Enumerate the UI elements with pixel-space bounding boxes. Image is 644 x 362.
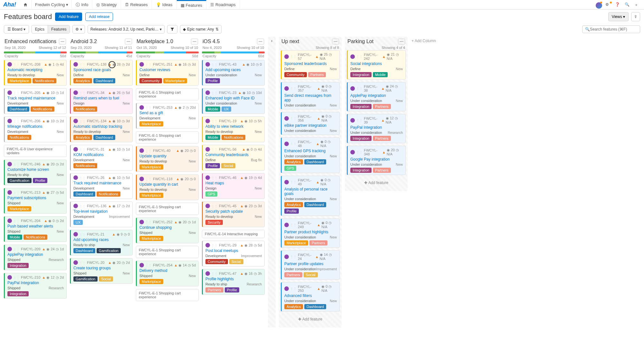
aha-logo[interactable]: Aha! — [0, 1, 19, 8]
card-title[interactable]: Security patch update — [205, 209, 262, 214]
funnel-filter-icon[interactable] — [167, 25, 177, 33]
toggle-board[interactable]: ☰ Board ▾ — [4, 25, 29, 33]
card-title[interactable]: Automatic receipting — [7, 68, 64, 72]
drag-handle-icon[interactable]: ⋮⋮ — [290, 87, 297, 90]
card-title[interactable]: PayPal Integration — [7, 281, 64, 285]
feature-card[interactable]: ⋮⋮FWCYL-24▲ ◉ 14 ◷ N/APartner profile up… — [281, 250, 340, 280]
drag-handle-icon[interactable]: ⋮⋮ — [13, 191, 20, 194]
drag-handle-icon[interactable]: ⋮⋮ — [211, 272, 218, 275]
epic-filter[interactable]: ◆ Epic name: Any ⇅ — [180, 25, 221, 33]
drag-handle-icon[interactable]: ⋮⋮ — [356, 55, 363, 58]
toggle-features[interactable]: Features — [48, 25, 70, 33]
card-title[interactable]: Social integrations — [350, 61, 403, 66]
drag-handle-icon[interactable]: ⋮⋮ — [290, 255, 297, 258]
column-menu-icon[interactable]: ⋯ — [257, 39, 264, 44]
add-feature-inline[interactable]: ✚ Add feature — [347, 178, 406, 188]
card-title[interactable]: ApplePay integration — [7, 252, 64, 257]
feature-card[interactable]: ⋮⋮FWCYL-138▲ ◉ 28 ◷ 2dSponsored race goa… — [70, 60, 133, 86]
feature-card[interactable]: ⋮⋮FWCYL-19▲ ◉ 10 ◷ 5hAbility to view net… — [202, 116, 265, 142]
feature-card[interactable]: ⋮⋮FWCYL-249▲ ◉ 0 ◷ N/APartner product hi… — [281, 218, 340, 248]
card-title[interactable]: Post local meetups — [205, 248, 262, 253]
feature-card[interactable]: ⋮⋮FWCYL-205▲ ◉ 10 ◷ 1dTrack required mai… — [4, 88, 67, 114]
card-title[interactable]: Google Pay integration — [350, 157, 403, 162]
nav-strategy[interactable]: ◎Strategy — [92, 0, 121, 9]
feature-card[interactable]: ⋮⋮FWCYL-31▲ ◉ 10 ◷ 1dKOM notificationsDe… — [70, 145, 133, 171]
feature-card[interactable]: ⋮⋮FWCYL-252▲ ◉ 20 ◷ 1dContinue shoppingS… — [136, 218, 199, 243]
feature-card[interactable]: ⋮⋮FWCYL-242▲ ◉ 21 ◷ N/ASocial integratio… — [347, 50, 406, 79]
drag-handle-icon[interactable]: ⋮⋮ — [145, 264, 152, 267]
card-title[interactable]: KOM notifications — [73, 153, 130, 157]
add-feature-button[interactable]: Add feature — [55, 13, 82, 21]
card-title[interactable]: Automatic start/stop tracking — [73, 124, 130, 129]
drag-handle-icon[interactable]: ⋮⋮ — [145, 63, 152, 66]
drag-handle-icon[interactable]: ⋮⋮ — [79, 63, 86, 66]
search-features[interactable]: 🔍 — [582, 25, 640, 33]
feature-card[interactable]: ⋮⋮FWCYL-29▲ ◉ 28 ◷ 5dPost local meetupsD… — [202, 241, 265, 266]
feature-card[interactable]: ⋮⋮FWCYL-210▲ ◉ 12 ◷ 2dPayPal Integration… — [4, 273, 67, 299]
customize-gear[interactable]: ⚙ ▾ — [72, 25, 85, 33]
card-title[interactable]: PayPal Integration — [350, 125, 403, 130]
epic-group[interactable]: FWCYL-E-1 Shopping cart experience — [136, 131, 199, 144]
card-title[interactable]: Sponsored leaderboards — [284, 61, 337, 66]
card-title[interactable]: Partner profile updates — [284, 262, 337, 266]
drag-handle-icon[interactable]: ⋮⋮ — [356, 118, 363, 122]
card-title[interactable]: Add upcoming races — [205, 68, 262, 72]
card-title[interactable]: Customer reviews — [139, 68, 196, 72]
feature-card[interactable]: ⋮⋮FWCYL-208▲ ◉ 1 ◷ 4dAutomatic receiptin… — [4, 60, 67, 86]
drag-handle-icon[interactable]: ⋮⋮ — [211, 244, 218, 247]
drag-handle-icon[interactable]: ⋮⋮ — [145, 106, 152, 109]
workspace-picker[interactable]: Fredwin Cycling ▾ — [32, 0, 72, 9]
feature-card[interactable]: ⋮⋮FWCYL-46▲ ◉ 19 ◷ 4dHeat mapsDesignNewG… — [202, 173, 265, 199]
column-menu-icon[interactable]: ⋯ — [191, 39, 198, 44]
card-title[interactable]: Payment subscriptions — [7, 196, 64, 200]
card-title[interactable]: Ability to view network — [205, 124, 262, 129]
drag-handle-icon[interactable]: ⋮⋮ — [13, 119, 20, 123]
feature-card[interactable]: ⋮⋮FWCYL-213▲ ◉ 27 ◷ 5dPayment subscripti… — [4, 188, 67, 214]
card-title[interactable]: Partner product highlights — [284, 230, 337, 234]
drag-handle-icon[interactable]: ⋮⋮ — [79, 204, 86, 208]
add-release-button[interactable]: Add release — [85, 13, 113, 21]
epic-group[interactable]: FWCYL-E-14 Interactive mapping — [202, 230, 265, 238]
card-title[interactable]: ApplePay integration — [350, 93, 403, 98]
card-title[interactable]: Send as a gift — [139, 111, 196, 115]
nav-ideas[interactable]: 💡Ideas — [152, 0, 177, 9]
feature-card[interactable]: ⋮⋮FWCYL-136▲ ◉ 17 ◷ 2dTop-level navigati… — [70, 201, 133, 227]
card-title[interactable]: Mileage notifications — [7, 124, 64, 129]
drag-handle-icon[interactable]: ⋮⋮ — [290, 287, 297, 290]
add-column-button[interactable]: + Add Column — [411, 37, 437, 45]
nav-roadmaps[interactable]: ☰Roadmaps — [206, 0, 240, 9]
card-title[interactable]: Push based weather alerts — [7, 224, 64, 228]
feature-card[interactable]: ⋮⋮FWCYL-118▲ ◉ 20 ◷ 0Update quantity in … — [136, 174, 199, 200]
feature-card[interactable]: ⋮⋮FWCYL-57▲ ◉ 25 ◷ N/ASponsored leaderbo… — [281, 50, 340, 79]
views-dropdown[interactable]: Views ▾ — [608, 12, 629, 21]
drag-handle-icon[interactable]: ⋮⋮ — [290, 223, 297, 227]
card-title[interactable]: Delivery method — [139, 268, 196, 273]
drag-handle-icon[interactable]: ⋮⋮ — [13, 276, 20, 279]
epic-group[interactable]: FWCYL-E-1 Shopping cart experience — [136, 88, 199, 100]
collapsed-column-toggle[interactable]: › — [268, 37, 276, 328]
search-input[interactable] — [590, 27, 638, 32]
feature-card[interactable]: ⋮⋮FWCYL-39▲ ◉ 12 ◷ N/APayPal Integration… — [347, 114, 406, 143]
home-nav-icon[interactable] — [19, 0, 32, 9]
card-title[interactable]: Analysis of personal race goals — [284, 187, 337, 196]
drag-handle-icon[interactable]: ⋮⋮ — [290, 142, 297, 145]
card-title[interactable]: Remind users when to fuel — [73, 96, 130, 100]
drag-handle-icon[interactable]: ⋮⋮ — [211, 63, 218, 66]
card-title[interactable]: Update quantity in cart — [139, 182, 196, 187]
feature-card[interactable]: ⋮⋮FWCYL-56▲ ◉ 0 ◷ 4dCommunity leaderboar… — [202, 145, 265, 171]
feature-card[interactable]: ⋮⋮FWCYL-34▲ ◉ 26 ◷ 5dRemind users when t… — [70, 88, 133, 114]
drag-handle-icon[interactable]: ⋮⋮ — [13, 247, 20, 251]
card-title[interactable]: Continue shopping — [139, 225, 196, 230]
search-icon[interactable]: 🔍 — [625, 2, 630, 7]
card-title[interactable]: Top-level navigation — [73, 209, 130, 214]
feature-card[interactable]: ⋮⋮FWCYL-356▲ ◉ 0 ◷ N/AeBike partner inte… — [281, 112, 340, 135]
drag-handle-icon[interactable]: ⋮⋮ — [145, 220, 152, 224]
feature-card[interactable]: ⋮⋮FWCYL-357▲ ◉ 0 ◷ N/ASend direct messag… — [281, 82, 340, 109]
feature-card[interactable]: ⋮⋮FWCYL-250▲ ◉ 0 ◷ N/AAdvanced filtersUn… — [281, 282, 340, 311]
feature-card[interactable]: ⋮⋮FWCYL-49▲ ◉ 0 ◷ N/AAnalysis of persona… — [281, 176, 340, 216]
feature-card[interactable]: ⋮⋮FWCYL-134▲ ◉ 10 ◷ 3dAutomatic start/st… — [70, 116, 133, 142]
epic-group[interactable]: FWCYL-E-1 Shopping cart experience — [136, 203, 199, 215]
drag-handle-icon[interactable]: ⋮⋮ — [79, 261, 86, 265]
feature-card[interactable]: ⋮⋮FWCYL-43▲ ◉ 10 ◷ 0Add upcoming racesUn… — [202, 60, 265, 86]
user-avatar[interactable] — [596, 2, 601, 7]
